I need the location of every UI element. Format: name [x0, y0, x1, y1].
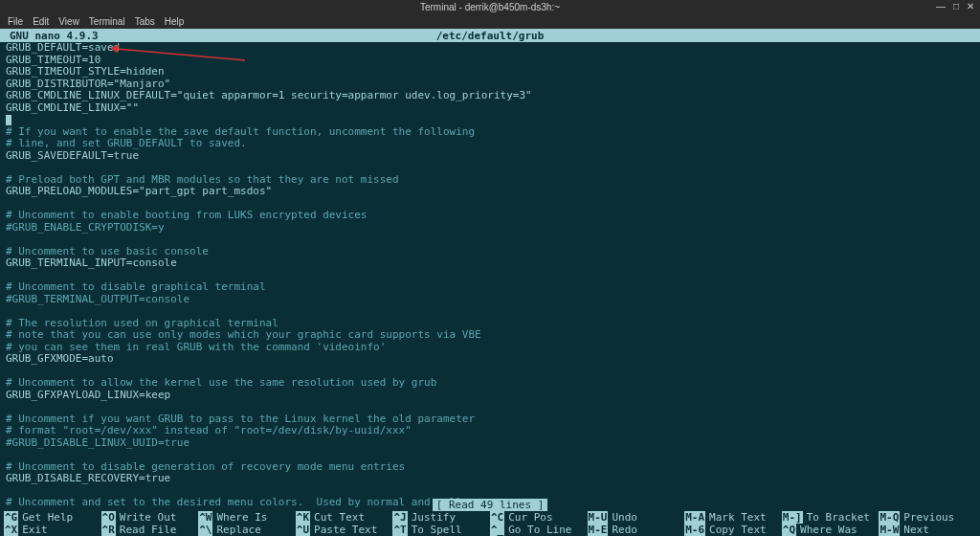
nano-filename: /etc/default/grub: [436, 30, 545, 42]
shortcut-label: Paste Text: [314, 524, 377, 536]
minimize-icon[interactable]: —: [936, 1, 946, 11]
shortcut-label: Where Was: [800, 524, 858, 536]
editor-line: [6, 162, 974, 174]
shortcut-item: ^WWhere Is: [198, 511, 296, 524]
nano-header: GNU nano 4.9.3 /etc/default/grub: [0, 29, 980, 42]
editor-line: #GRUB_DISABLE_LINUX_UUID=true: [6, 437, 974, 450]
shortcut-key: M-W: [879, 524, 900, 536]
text-cursor: [6, 115, 11, 125]
nano-status-text: [ Read 49 lines ]: [433, 499, 548, 511]
shortcut-label: Read File: [120, 524, 177, 536]
shortcut-item: ^OWrite Out: [101, 511, 199, 524]
shortcut-label: Write Out: [120, 511, 177, 524]
window-titlebar: Terminal - derrik@b450m-ds3h:~ — □ ✕: [0, 0, 980, 13]
shortcut-key: ^_: [490, 524, 504, 536]
shortcut-item: M-AMark Text: [684, 511, 782, 524]
shortcut-label: Next: [903, 524, 929, 536]
shortcut-item: ^UPaste Text: [296, 524, 393, 536]
editor-line: [6, 305, 974, 318]
shortcut-label: Redo: [612, 524, 637, 536]
shortcut-key: ^O: [101, 511, 116, 524]
shortcut-label: Mark Text: [709, 511, 767, 524]
menu-view[interactable]: View: [58, 16, 79, 27]
close-icon[interactable]: ✕: [967, 1, 974, 11]
shortcut-key: M-Q: [879, 511, 900, 524]
menu-edit[interactable]: Edit: [33, 16, 49, 27]
shortcut-key: ^U: [296, 524, 310, 536]
shortcut-label: Get Help: [22, 511, 73, 524]
editor-line: GRUB_CMDLINE_LINUX_DEFAULT="quiet apparm…: [6, 90, 974, 102]
shortcut-key: M-U: [588, 511, 609, 524]
shortcut-key: ^\: [198, 524, 212, 536]
editor-line: GRUB_TERMINAL_INPUT=console: [6, 257, 974, 270]
editor-line: GRUB_DISABLE_RECOVERY=true: [6, 473, 974, 485]
editor-line: # Uncomment to disable graphical termina…: [6, 281, 974, 294]
editor-line: [6, 401, 974, 413]
shortcut-key: ^C: [490, 511, 504, 524]
shortcut-key: M-A: [684, 511, 705, 524]
editor-line: # Uncomment to allow the kernel use the …: [6, 377, 974, 390]
shortcut-key: ^W: [198, 511, 212, 524]
editor-line: # Uncomment to enable booting from LUKS …: [6, 210, 974, 222]
editor-line: #GRUB_TERMINAL_OUTPUT=console: [6, 294, 974, 306]
menu-file[interactable]: File: [8, 16, 23, 27]
shortcut-label: Undo: [612, 511, 637, 524]
shortcut-item: M-UUndo: [588, 511, 685, 524]
shortcut-item: M-]To Bracket: [782, 511, 880, 524]
editor-line: # you can see them in real GRUB with the…: [6, 342, 974, 354]
maximize-icon[interactable]: □: [953, 1, 959, 11]
editor-line: [6, 234, 974, 246]
shortcut-key: ^K: [296, 511, 310, 524]
shortcut-key: ^G: [4, 511, 18, 524]
editor-line: GRUB_CMDLINE_LINUX="": [6, 102, 974, 115]
shortcut-key: M-E: [588, 524, 609, 536]
editor-line: GRUB_PRELOAD_MODULES="part_gpt part_msdo…: [6, 186, 974, 198]
shortcut-key: ^Q: [782, 524, 796, 536]
window-title: Terminal - derrik@b450m-ds3h:~: [420, 2, 560, 12]
editor-line: GRUB_DEFAULT=saved: [6, 42, 974, 55]
editor-line: # note that you can use only modes which…: [6, 329, 974, 342]
editor-line: # format "root=/dev/xxx" instead of "roo…: [6, 425, 974, 437]
shortcut-label: Copy Text: [709, 524, 767, 536]
shortcut-key: ^T: [392, 524, 407, 536]
shortcut-item: M-6Copy Text: [684, 524, 782, 536]
shortcut-item: ^CCur Pos: [490, 511, 588, 524]
shortcut-label: Cut Text: [314, 511, 365, 524]
shortcut-item: ^\Replace: [198, 524, 296, 536]
editor-line: GRUB_GFXPAYLOAD_LINUX=keep: [6, 390, 974, 402]
editor-line: GRUB_TIMEOUT_STYLE=hidden: [6, 66, 974, 78]
nano-status-line: [ Read 49 lines ]: [0, 499, 980, 511]
shortcut-item: ^GGet Help: [4, 511, 101, 524]
shortcut-key: M-]: [782, 511, 803, 524]
shortcut-item: ^KCut Text: [296, 511, 393, 524]
menu-bar: File Edit View Terminal Tabs Help: [0, 13, 980, 29]
shortcut-label: To Spell: [412, 524, 462, 536]
shortcut-key: ^X: [4, 524, 18, 536]
shortcut-key: ^R: [101, 524, 116, 536]
editor-line: [6, 114, 974, 126]
menu-help[interactable]: Help: [165, 16, 185, 27]
shortcut-item: ^XExit: [4, 524, 101, 536]
window-controls: — □ ✕: [936, 1, 974, 11]
menu-terminal[interactable]: Terminal: [89, 16, 125, 27]
shortcut-item: ^TTo Spell: [392, 524, 490, 536]
shortcut-label: Where Is: [216, 511, 267, 524]
nano-version: GNU nano 4.9.3: [10, 30, 99, 42]
shortcut-item: M-WNext: [879, 524, 976, 536]
editor-line: GRUB_GFXMODE=auto: [6, 353, 974, 366]
shortcut-item: M-ERedo: [588, 524, 685, 536]
shortcut-label: Justify: [412, 511, 456, 524]
shortcut-item: ^_Go To Line: [490, 524, 588, 536]
shortcut-item: ^QWhere Was: [782, 524, 880, 536]
shortcut-label: Go To Line: [508, 524, 571, 536]
shortcut-key: ^J: [392, 511, 407, 524]
editor-line: [6, 449, 974, 461]
shortcut-item: M-QPrevious: [879, 511, 976, 524]
menu-tabs[interactable]: Tabs: [135, 16, 155, 27]
editor-content[interactable]: GRUB_DEFAULT=savedGRUB_TIMEOUT=10GRUB_TI…: [0, 42, 980, 509]
nano-shortcut-bar: ^GGet Help^OWrite Out^WWhere Is^KCut Tex…: [0, 511, 980, 536]
shortcut-item: ^JJustify: [392, 511, 490, 524]
shortcut-label: Previous: [903, 511, 954, 524]
shortcut-label: To Bracket: [807, 511, 870, 524]
editor-line: #GRUB_ENABLE_CRYPTODISK=y: [6, 222, 974, 234]
